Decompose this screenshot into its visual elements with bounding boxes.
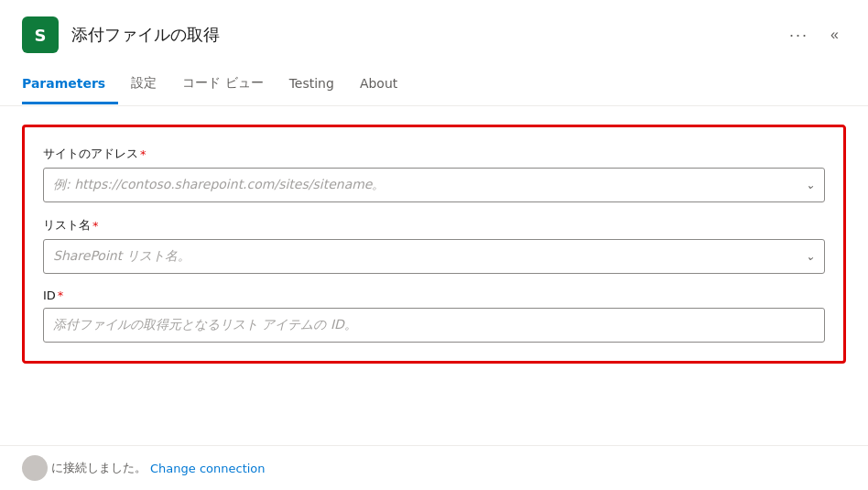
site-address-placeholder: 例: https://contoso.sharepoint.com/sites/… — [53, 177, 385, 193]
required-star-list: * — [92, 219, 99, 233]
collapse-icon: « — [830, 27, 839, 42]
page-title: 添付ファイルの取得 — [71, 24, 220, 46]
list-name-label: リスト名 * — [43, 217, 825, 234]
ellipsis-icon: ··· — [789, 27, 808, 43]
id-placeholder: 添付ファイルの取得元となるリスト アイテムの ID。 — [53, 317, 357, 333]
tab-testing[interactable]: Testing — [277, 65, 347, 104]
app-icon: S — [22, 16, 59, 53]
tab-settings[interactable]: 設定 — [118, 64, 169, 105]
list-name-field: リスト名 * SharePoint リスト名。 ⌄ — [43, 217, 825, 274]
site-address-field: サイトのアドレス * 例: https://contoso.sharepoint… — [43, 146, 825, 202]
header-actions: ··· « — [782, 23, 846, 47]
chevron-down-icon-site: ⌄ — [806, 179, 815, 191]
footer-bar: に接続しました。 Change connection — [0, 445, 868, 490]
main-content: サイトのアドレス * 例: https://contoso.sharepoint… — [0, 106, 868, 445]
connection-text: に接続しました。 — [51, 460, 146, 476]
header: S 添付ファイルの取得 ··· « — [0, 0, 868, 64]
form-panel: サイトのアドレス * 例: https://contoso.sharepoint… — [22, 125, 846, 364]
tab-codeview[interactable]: コード ビュー — [169, 64, 276, 105]
change-connection-link[interactable]: Change connection — [150, 462, 266, 475]
list-name-placeholder: SharePoint リスト名。 — [53, 248, 190, 265]
id-field: ID * 添付ファイルの取得元となるリスト アイテムの ID。 — [43, 289, 825, 343]
avatar — [22, 455, 48, 481]
required-star-site: * — [140, 147, 146, 161]
tab-about[interactable]: About — [347, 65, 410, 104]
site-address-dropdown[interactable]: 例: https://contoso.sharepoint.com/sites/… — [43, 168, 825, 202]
required-star-id: * — [58, 289, 64, 302]
list-name-dropdown[interactable]: SharePoint リスト名。 ⌄ — [43, 239, 825, 274]
collapse-panel-button[interactable]: « — [823, 24, 846, 46]
header-left: S 添付ファイルの取得 — [22, 16, 220, 53]
site-address-label: サイトのアドレス * — [43, 146, 825, 162]
chevron-down-icon-list: ⌄ — [806, 250, 815, 263]
tabs-bar: Parameters 設定 コード ビュー Testing About — [0, 64, 868, 106]
id-input[interactable]: 添付ファイルの取得元となるリスト アイテムの ID。 — [43, 308, 825, 343]
app-container: S 添付ファイルの取得 ··· « Parameters 設定 コード ビュー … — [0, 0, 868, 490]
id-label: ID * — [43, 289, 825, 302]
more-options-button[interactable]: ··· — [782, 23, 816, 47]
tab-parameters[interactable]: Parameters — [22, 65, 118, 104]
